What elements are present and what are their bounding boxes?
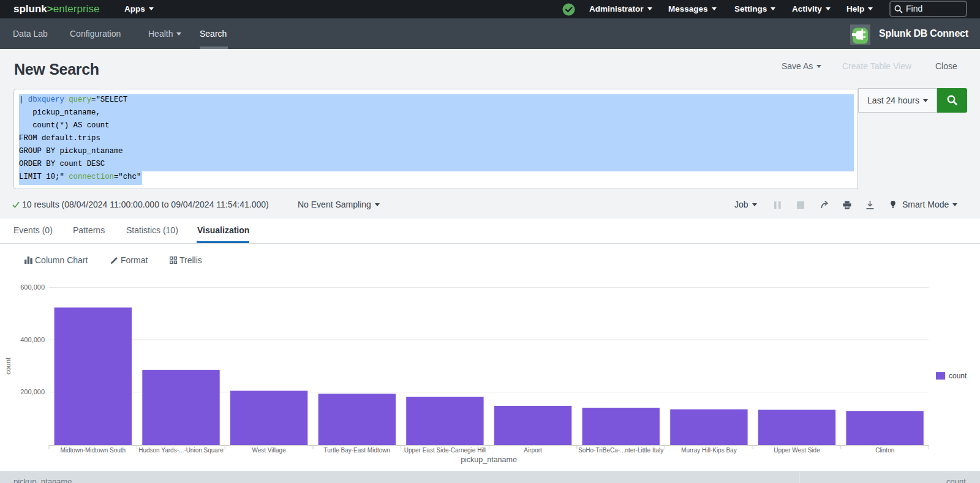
svg-text:Clinton: Clinton	[875, 447, 894, 454]
svg-text:Upper West Side: Upper West Side	[774, 447, 820, 454]
svg-text:Turtle Bay-East Midtown: Turtle Bay-East Midtown	[324, 447, 391, 454]
svg-text:SoHo-TriBeCa-...nter-Little It: SoHo-TriBeCa-...nter-Little Italy	[578, 447, 663, 454]
svg-text:Airport: Airport	[524, 447, 542, 454]
svg-text:600,000: 600,000	[20, 283, 45, 291]
svg-text:200,000: 200,000	[20, 388, 45, 395]
svg-text:Midtown-Midtown South: Midtown-Midtown South	[60, 447, 126, 454]
svg-text:count: count	[949, 372, 967, 380]
svg-text:Upper East Side-Carnegie Hill: Upper East Side-Carnegie Hill	[404, 447, 486, 454]
svg-text:West Village: West Village	[252, 447, 286, 454]
svg-text:pickup_ntaname: pickup_ntaname	[461, 455, 517, 464]
svg-text:count: count	[4, 357, 12, 375]
svg-text:Murray Hill-Kips Bay: Murray Hill-Kips Bay	[681, 447, 737, 454]
svg-text:400,000: 400,000	[20, 336, 45, 343]
svg-text:Hudson Yards-...-Union Square: Hudson Yards-...-Union Square	[138, 447, 224, 454]
